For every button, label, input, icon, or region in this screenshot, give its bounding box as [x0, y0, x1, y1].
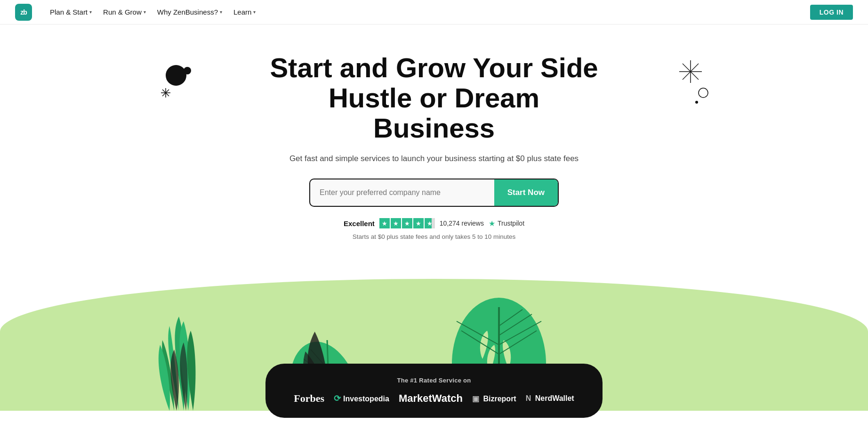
- nav-item-learn[interactable]: Learn ▾: [229, 5, 260, 19]
- bizreport-logo: ▣ Bizreport: [472, 394, 516, 403]
- trust-review-count: 10,274 reviews: [440, 220, 484, 227]
- trustpilot-logo: ★ Trustpilot: [489, 219, 524, 228]
- star-1: ★: [379, 218, 390, 228]
- deco-left: [156, 62, 194, 111]
- company-name-input[interactable]: [310, 180, 494, 205]
- marketwatch-logo: MarketWatch: [399, 392, 463, 405]
- nav-item-why-zenbusiness[interactable]: Why ZenBusiness? ▾: [153, 5, 227, 19]
- star-3: ★: [402, 218, 412, 228]
- svg-point-1: [184, 67, 191, 74]
- svg-point-10: [699, 88, 708, 98]
- brands-section: The #1 Rated Service on Forbes ⟳ Investo…: [0, 382, 868, 431]
- company-name-form: Start Now: [309, 179, 559, 207]
- nerdwallet-logo: N NerdWallet: [526, 394, 574, 403]
- nav-left: zb Plan & Start ▾ Run & Grow ▾ Why ZenBu…: [15, 4, 260, 21]
- investopedia-logo: ⟳ Investopedia: [334, 393, 389, 404]
- start-now-button[interactable]: Start Now: [494, 179, 558, 206]
- bizreport-icon: ▣: [472, 395, 481, 403]
- navbar: zb Plan & Start ▾ Run & Grow ▾ Why ZenBu…: [0, 0, 868, 24]
- nav-items: Plan & Start ▾ Run & Grow ▾ Why ZenBusin…: [45, 5, 260, 19]
- trust-stars: ★ ★ ★ ★ ★: [379, 218, 435, 228]
- login-button[interactable]: LOG IN: [810, 5, 853, 20]
- landscape-section: The #1 Rated Service on Forbes ⟳ Investo…: [0, 251, 868, 431]
- nerdwallet-icon: N: [526, 394, 533, 402]
- trust-rating-label: Excellent: [344, 220, 375, 228]
- tp-icon: ★: [489, 219, 495, 228]
- nav-item-plan-start[interactable]: Plan & Start ▾: [45, 5, 96, 19]
- hero-subtitle: Get fast and simple services to launch y…: [9, 154, 859, 163]
- brands-title: The #1 Rated Service on: [294, 377, 574, 384]
- chevron-down-icon: ▾: [89, 9, 92, 15]
- forbes-logo: Forbes: [294, 392, 324, 405]
- trustpilot-row: Excellent ★ ★ ★ ★ ★ 10,274 reviews ★ Tru…: [9, 218, 859, 228]
- svg-point-11: [695, 101, 698, 104]
- brands-logos: Forbes ⟳ Investopedia MarketWatch ▣ Bizr…: [294, 392, 574, 405]
- nav-item-run-grow[interactable]: Run & Grow ▾: [98, 5, 151, 19]
- hero-section: Start and Grow Your Side Hustle or Dream…: [0, 24, 868, 251]
- svg-point-0: [166, 65, 186, 86]
- chevron-down-icon: ▾: [144, 9, 146, 15]
- star-4: ★: [413, 218, 424, 228]
- hero-note: Starts at $0 plus state fees and only ta…: [9, 233, 859, 240]
- star-5-half: ★: [425, 218, 435, 228]
- deco-right: [669, 57, 712, 111]
- logo[interactable]: zb: [15, 4, 32, 21]
- hero-title: Start and Grow Your Side Hustle or Dream…: [269, 53, 599, 143]
- star-2: ★: [391, 218, 401, 228]
- investopedia-icon: ⟳: [334, 394, 343, 403]
- brands-bar: The #1 Rated Service on Forbes ⟳ Investo…: [265, 364, 602, 418]
- chevron-down-icon: ▾: [253, 9, 256, 15]
- chevron-down-icon: ▾: [220, 9, 222, 15]
